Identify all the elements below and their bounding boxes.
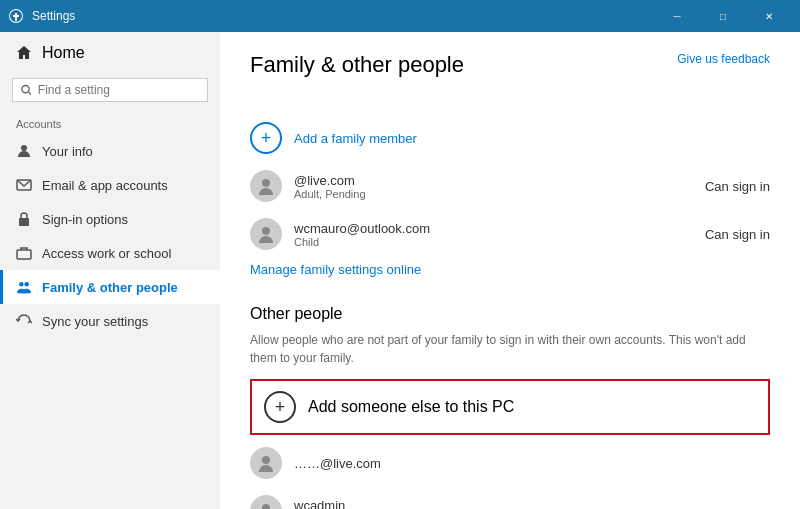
other-avatar-1 [250, 495, 282, 509]
member-info-1: wcmauro@outlook.com Child [294, 221, 693, 248]
close-button[interactable]: ✕ [746, 0, 792, 32]
your-info-label: Your info [42, 144, 93, 159]
sidebar-item-work-school[interactable]: Access work or school [0, 236, 220, 270]
home-icon [16, 45, 32, 61]
add-family-plus-icon: + [250, 122, 282, 154]
title-bar: Settings ─ □ ✕ [0, 0, 800, 32]
search-box[interactable] [12, 78, 208, 102]
other-person-row-0: ……@live.com [250, 439, 770, 487]
family-icon [16, 279, 32, 295]
family-member-row-1: wcmauro@outlook.com Child Can sign in [250, 210, 770, 258]
svg-point-6 [19, 282, 23, 286]
sidebar-section-accounts: Accounts [0, 110, 220, 134]
give-feedback-link[interactable]: Give us feedback [677, 52, 770, 66]
sidebar-item-sign-in[interactable]: Sign-in options [0, 202, 220, 236]
svg-point-2 [21, 145, 27, 151]
manage-family-link[interactable]: Manage family settings online [250, 258, 421, 289]
work-school-label: Access work or school [42, 246, 171, 261]
member-status-1: Can sign in [705, 227, 770, 242]
window-controls: ─ □ ✕ [654, 0, 792, 32]
add-family-member-row[interactable]: + Add a family member [250, 114, 770, 162]
briefcase-icon [16, 245, 32, 261]
minimize-button[interactable]: ─ [654, 0, 700, 32]
home-nav-item[interactable]: Home [0, 32, 220, 74]
svg-line-1 [29, 92, 31, 94]
sidebar-item-email-app[interactable]: Email & app accounts [0, 168, 220, 202]
email-icon [16, 177, 32, 193]
add-someone-plus-icon: + [264, 391, 296, 423]
other-member-email-0: ……@live.com [294, 456, 770, 471]
family-member-row-0: @live.com Adult, Pending Can sign in [250, 162, 770, 210]
window-title: Settings [32, 9, 654, 23]
app-icon [8, 8, 24, 24]
member-info-0: @live.com Adult, Pending [294, 173, 693, 200]
member-email-0: @live.com [294, 173, 693, 188]
search-input[interactable] [38, 83, 199, 97]
add-someone-label: Add someone else to this PC [308, 398, 514, 416]
sync-label: Sync your settings [42, 314, 148, 329]
svg-point-0 [22, 85, 29, 92]
other-member-info-0: ……@live.com [294, 456, 770, 471]
sidebar-item-your-info[interactable]: Your info [0, 134, 220, 168]
other-people-title: Other people [250, 305, 770, 323]
member-status-0: Can sign in [705, 179, 770, 194]
svg-point-11 [262, 504, 270, 509]
other-people-desc: Allow people who are not part of your fa… [250, 331, 770, 367]
maximize-button[interactable]: □ [700, 0, 746, 32]
svg-point-8 [262, 179, 270, 187]
page-title: Family & other people [250, 52, 464, 78]
sync-icon [16, 313, 32, 329]
sign-in-label: Sign-in options [42, 212, 128, 227]
person-icon [16, 143, 32, 159]
other-member-info-1: wcadmin Local account [294, 498, 770, 510]
add-family-member-label: Add a family member [294, 131, 417, 146]
svg-point-10 [262, 456, 270, 464]
add-someone-box[interactable]: + Add someone else to this PC [250, 379, 770, 435]
member-role-0: Adult, Pending [294, 188, 693, 200]
content-area: Family & other people Give us feedback +… [220, 32, 800, 509]
member-email-1: wcmauro@outlook.com [294, 221, 693, 236]
avatar-1 [250, 218, 282, 250]
svg-rect-4 [19, 218, 29, 226]
family-section: + Add a family member @live.com Adult, P… [250, 114, 770, 289]
family-label: Family & other people [42, 280, 178, 295]
svg-rect-5 [17, 250, 31, 259]
search-icon [21, 84, 32, 96]
sidebar-item-family[interactable]: Family & other people [0, 270, 220, 304]
home-label: Home [42, 44, 85, 62]
lock-icon [16, 211, 32, 227]
email-app-label: Email & app accounts [42, 178, 168, 193]
avatar-0 [250, 170, 282, 202]
sidebar: Home Accounts Your info [0, 32, 220, 509]
svg-point-9 [262, 227, 270, 235]
sidebar-item-sync[interactable]: Sync your settings [0, 304, 220, 338]
other-person-row-1: wcadmin Local account [250, 487, 770, 509]
other-member-email-1: wcadmin [294, 498, 770, 510]
member-role-1: Child [294, 236, 693, 248]
svg-point-7 [24, 282, 28, 286]
other-avatar-0 [250, 447, 282, 479]
app-container: Home Accounts Your info [0, 32, 800, 509]
other-people-section: Other people Allow people who are not pa… [250, 305, 770, 509]
